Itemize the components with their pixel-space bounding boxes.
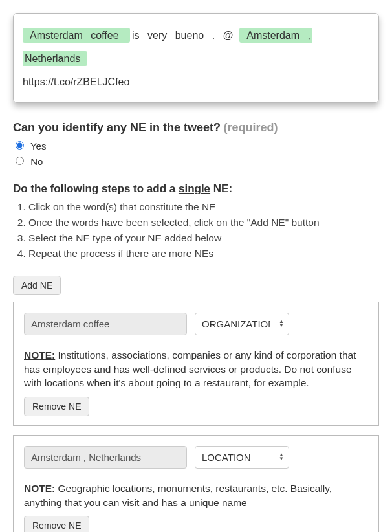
question-text: Can you identify any NE in the tweet? (13, 121, 221, 134)
question-block: Can you identify any NE in the tweet? (r… (13, 121, 379, 170)
remove-ne-button[interactable]: Remove NE (24, 397, 89, 416)
required-label: (required) (224, 121, 278, 134)
ne-type-select[interactable]: ORGANIZATIONLOCATIONPERSONOTHER (195, 446, 289, 469)
tweet-token[interactable]: Netherlands (23, 47, 82, 71)
ne-note: NOTE: Geographic locations, monuments, r… (24, 482, 368, 509)
tweet-token[interactable]: very (146, 24, 169, 47)
highlighted-span[interactable]: Amsterdam coffee (23, 28, 130, 43)
steps-title: Do the following steps to add a single N… (13, 183, 379, 195)
ne-value-input[interactable] (24, 313, 187, 335)
ne-card: ORGANIZATIONLOCATIONPERSONOTHER▲▼NOTE: G… (13, 435, 379, 532)
ne-card: ORGANIZATIONLOCATIONPERSONOTHER▲▼NOTE: I… (13, 302, 379, 426)
tweet-token[interactable]: Amsterdam (245, 24, 301, 47)
radio-yes-label[interactable]: Yes (16, 139, 379, 154)
radio-yes[interactable] (16, 141, 24, 150)
ne-note: NOTE: Institutions, associations, compan… (24, 348, 368, 390)
tweet-token[interactable]: is (130, 24, 142, 47)
ne-type-select[interactable]: ORGANIZATIONLOCATIONPERSONOTHER (195, 313, 289, 335)
tweet-token[interactable]: , (306, 24, 312, 47)
annotation-panel: Amsterdam coffee is very bueno . @ Amste… (6, 6, 386, 532)
radio-no[interactable] (16, 157, 24, 165)
ne-value-input[interactable] (24, 446, 187, 469)
tweet-token[interactable]: Amsterdam (28, 24, 85, 47)
step-item: Once the words have been selected, click… (28, 215, 379, 230)
tweet-box: Amsterdam coffee is very bueno . @ Amste… (13, 13, 379, 103)
tweet-token[interactable]: . (210, 24, 217, 47)
tweet-url: https://t.co/rZBELJCfeo (23, 71, 369, 93)
radio-group: Yes No (16, 139, 379, 170)
tweet-token[interactable]: @ (221, 24, 235, 47)
add-ne-button[interactable]: Add NE (13, 276, 61, 295)
tweet-token[interactable]: bueno (173, 24, 206, 47)
steps-list: Click on the word(s) that constitute the… (28, 199, 379, 261)
tweet-token[interactable]: coffee (89, 24, 120, 47)
step-item: Click on the word(s) that constitute the… (28, 199, 379, 215)
step-item: Select the NE type of your NE added belo… (28, 230, 379, 246)
step-item: Repeat the process if there are more NEs (28, 246, 379, 261)
radio-no-label[interactable]: No (16, 154, 379, 170)
remove-ne-button[interactable]: Remove NE (24, 516, 89, 532)
